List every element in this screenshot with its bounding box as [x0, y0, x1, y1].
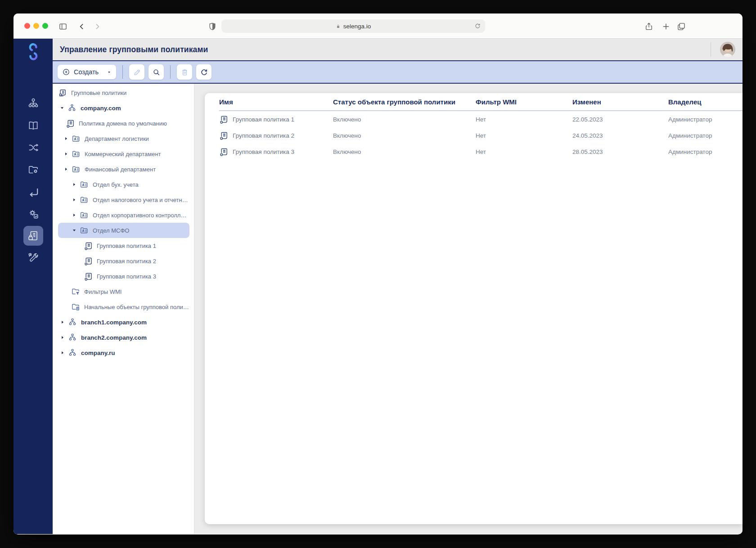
- tree-caret-icon[interactable]: [72, 213, 76, 217]
- tree-item[interactable]: Групповая политика 2: [58, 253, 189, 269]
- column-header[interactable]: Имя: [219, 98, 333, 106]
- sidebar-item-configuration[interactable]: [23, 204, 43, 224]
- tree-item-label: Групповая политика 3: [97, 273, 156, 280]
- url-text: selenga.io: [343, 23, 371, 30]
- new-tab-icon: [662, 22, 670, 31]
- tools-icon: [27, 252, 39, 264]
- delete-button[interactable]: [177, 64, 192, 80]
- column-header[interactable]: Статус объекта групповой политики: [333, 98, 476, 106]
- cell-modified: 22.05.2023: [572, 116, 668, 123]
- forward-icon: [93, 22, 102, 31]
- refresh-button[interactable]: [196, 64, 212, 80]
- tree-caret-icon[interactable]: [64, 136, 68, 141]
- tree-item[interactable]: Коммерческий департамент: [58, 146, 189, 162]
- table-row[interactable]: Групповая политика 1 Включено Нет 22.05.…: [219, 111, 742, 127]
- create-button[interactable]: Создать: [58, 65, 116, 79]
- sidebar-item-workflows[interactable]: [23, 138, 43, 157]
- new-tab-button[interactable]: [661, 21, 671, 32]
- tree-caret-icon[interactable]: [60, 106, 64, 110]
- app-header: Управление групповыми политиками: [53, 39, 742, 61]
- user-avatar-image: [720, 42, 735, 57]
- column-header[interactable]: Изменен: [572, 98, 668, 106]
- ou-icon: [80, 211, 89, 220]
- table-body: Групповая политика 1 Включено Нет 22.05.…: [219, 111, 742, 160]
- policy-icon: [219, 131, 228, 140]
- shield-icon: [208, 22, 217, 31]
- app-content: Управление групповыми политиками: [53, 39, 742, 534]
- sidebar-item-replication[interactable]: [23, 182, 43, 202]
- address-bar[interactable]: selenga.io: [221, 19, 485, 33]
- privacy-shield-button[interactable]: [207, 21, 218, 32]
- user-avatar[interactable]: [720, 42, 735, 57]
- search-icon: [152, 68, 161, 76]
- tree-item[interactable]: Отдел налогового учета и отчетности: [58, 192, 189, 207]
- share-icon: [644, 22, 653, 31]
- tree-caret-icon[interactable]: [72, 182, 76, 187]
- close-window-button[interactable]: [24, 23, 30, 29]
- forward-button[interactable]: [92, 21, 103, 32]
- tab-overview-button[interactable]: [676, 21, 687, 32]
- book-icon: [27, 120, 39, 131]
- back-button[interactable]: [76, 21, 87, 32]
- table-row[interactable]: Групповая политика 2 Включено Нет 24.05.…: [219, 127, 742, 144]
- sidebar-item-directory[interactable]: [23, 116, 43, 135]
- tree-item[interactable]: branch1.company.com: [58, 314, 189, 330]
- tree-item[interactable]: company.ru: [58, 345, 189, 360]
- zoom-window-button[interactable]: [42, 23, 48, 29]
- tree-item-label: Групповая политика 1: [97, 243, 156, 249]
- browser-window: selenga.io Управление группов: [14, 13, 742, 535]
- tree-item[interactable]: Политика домена по умолчанию: [58, 116, 189, 131]
- policy-icon: [84, 256, 93, 265]
- sidebar-item-org-structure[interactable]: [23, 94, 43, 113]
- tree-caret-icon[interactable]: [60, 335, 65, 340]
- domain-icon: [68, 318, 77, 327]
- tree-item-label: Групповые политики: [71, 90, 126, 96]
- tree-item-label: Отдел корпоративного контроллинга: [93, 212, 189, 219]
- tree-item[interactable]: company.com: [58, 100, 189, 116]
- tree-caret-icon[interactable]: [60, 350, 65, 355]
- tree-item-label: branch2.company.com: [81, 334, 147, 341]
- selenga-logo[interactable]: [24, 42, 43, 61]
- plus-circle-icon: [62, 68, 70, 76]
- tree-item-label: Отдел бух. учета: [93, 181, 139, 188]
- tree-caret-icon[interactable]: [72, 228, 76, 233]
- sidebar-toggle-icon: [58, 22, 68, 31]
- browser-chrome: selenga.io: [14, 13, 742, 39]
- minimize-window-button[interactable]: [33, 23, 39, 29]
- tree-item[interactable]: Департамент логистики: [58, 131, 189, 146]
- tree-item[interactable]: Фильтры WMI: [58, 284, 189, 299]
- cell-status: Включено: [333, 148, 476, 155]
- tree-item[interactable]: Групповые политики: [58, 85, 189, 100]
- column-header[interactable]: Фильтр WMI: [476, 98, 572, 106]
- policy-name: Групповая политика 3: [233, 148, 294, 155]
- tree-item-label: Групповая политика 2: [97, 258, 156, 265]
- tree-item[interactable]: Отдел корпоративного контроллинга: [58, 207, 189, 223]
- sidebar-item-tools[interactable]: [23, 248, 43, 268]
- sidebar-item-group-policies[interactable]: [23, 226, 43, 246]
- tree-caret-icon[interactable]: [60, 320, 65, 324]
- tree-item[interactable]: Отдел МСФО: [58, 223, 189, 238]
- cell-modified: 24.05.2023: [572, 132, 668, 139]
- policy-lock-icon: [27, 230, 39, 242]
- tree-item-label: Финансовый департамент: [85, 166, 156, 173]
- tree-caret-icon[interactable]: [64, 167, 68, 171]
- sidebar-item-resources[interactable]: [23, 160, 43, 180]
- tree-item[interactable]: branch2.company.com: [58, 330, 189, 345]
- table-row[interactable]: Групповая политика 3 Включено Нет 28.05.…: [219, 144, 742, 160]
- cell-name: Групповая политика 3: [219, 147, 333, 156]
- tree-caret-icon[interactable]: [64, 152, 68, 156]
- share-button[interactable]: [644, 21, 654, 32]
- column-header[interactable]: Владелец: [668, 98, 742, 106]
- sidebar-toggle-button[interactable]: [58, 21, 68, 32]
- reload-icon[interactable]: [474, 22, 481, 29]
- tree-item[interactable]: Групповая политика 1: [58, 238, 189, 253]
- page-title: Управление групповыми политиками: [60, 45, 208, 54]
- tree-item[interactable]: Финансовый департамент: [58, 162, 189, 177]
- tree-item[interactable]: Групповая политика 3: [58, 269, 189, 284]
- edit-button[interactable]: [129, 64, 144, 80]
- tree-caret-icon[interactable]: [72, 198, 76, 202]
- tree-item[interactable]: Начальные объекты групповой политики: [58, 299, 189, 314]
- search-button[interactable]: [148, 64, 164, 80]
- tree-item[interactable]: Отдел бух. учета: [58, 177, 189, 192]
- wmi-folder-icon: [71, 287, 80, 296]
